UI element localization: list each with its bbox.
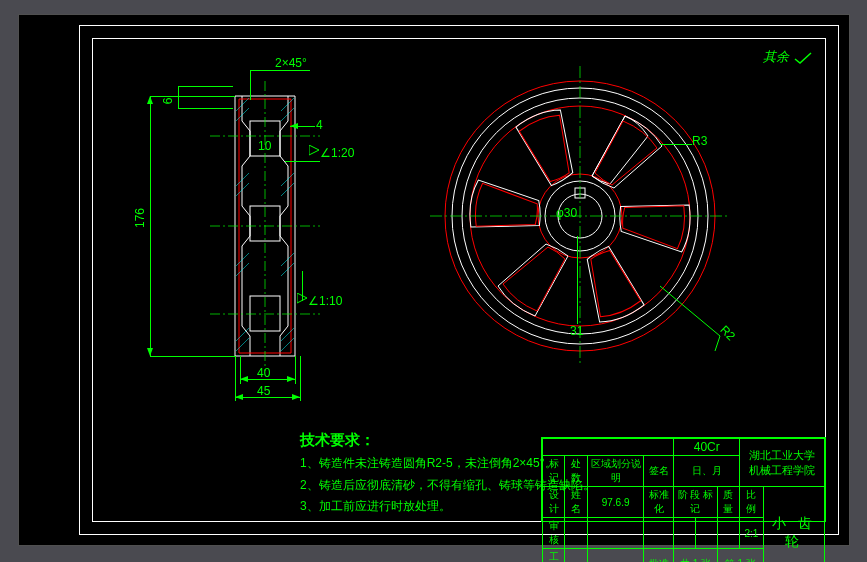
drawing-frame: 其余 [79,25,839,535]
school-line2: 机械工程学院 [742,463,822,478]
svg-line-34 [715,336,720,351]
tb-mark: 标记 [543,456,565,487]
tb-zone: 处数 [565,456,587,487]
leader-line [250,70,310,71]
ext-line [178,86,233,87]
tb-scale: 比例 [740,487,763,518]
surface-finish-mark: 其余 [763,48,813,66]
tb-desc: 区域划分说明 [587,456,644,487]
arrow-icon [287,376,295,382]
ext-line [240,356,241,384]
tb-stage: 阶 段 标 记 [674,487,718,518]
ext-line [235,356,236,401]
ext-line [150,96,235,97]
tb-scale-val: 2:1 [740,518,763,549]
title-block-table: 40Cr 湖北工业大学 机械工程学院 标记 处数 区域划分说明 签名 日、月 设… [542,438,825,562]
dim-taper-top: ∠1:20 [320,146,354,160]
dim-chamfer: 2×45° [275,56,307,70]
tb-sheet: 共 1 张 [674,549,718,563]
title-block: 40Cr 湖北工业大学 机械工程学院 标记 处数 区域划分说明 签名 日、月 设… [541,437,826,522]
surface-finish-text: 其余 [763,49,789,64]
tb-wt: 质量 [717,487,739,518]
part-name: 小 齿 轮 [763,487,824,563]
ext-line [295,356,296,384]
r2-leader [650,276,740,366]
dim-45: 45 [257,384,270,398]
ext-line [300,356,301,401]
tb-name: 姓名 [565,487,587,518]
arrow-icon [147,348,153,356]
arrow-icon [292,394,300,400]
svg-line-33 [660,286,720,336]
tb-date: 日、月 [674,456,740,487]
arrow-icon [147,96,153,104]
dim-line [150,96,151,356]
dim-taper-bot: ∠1:10 [308,294,342,308]
arrow-icon [235,394,243,400]
leader-line [302,271,303,301]
dim-4: 4 [316,118,323,132]
leader-line [250,70,251,100]
leader-line [577,236,578,324]
tb-sig: 签名 [644,456,674,487]
tb-proc: 工艺 [543,549,565,563]
tb-date2: 97.6.9 [587,487,644,518]
dim-dia30: φ30 [556,206,577,220]
ext-line [150,356,235,357]
tb-sheet2: 第 1 张 [717,549,763,563]
check-icon [793,51,813,65]
taper-icon [297,293,309,305]
dim-6: 6 [161,98,175,105]
tb-std: 标准化 [644,487,674,518]
dim-176: 176 [133,208,147,228]
dim-r3: R3 [692,134,707,148]
tb-design: 设计 [543,487,565,518]
svg-line-9 [236,328,249,341]
section-view [150,66,390,386]
tb-appr: 批准 [644,549,674,563]
dim-10: 10 [258,139,271,153]
arrow-icon [290,123,298,129]
leader-line [285,161,320,162]
cad-canvas[interactable]: 其余 [18,14,850,546]
material: 40Cr [674,439,740,456]
school-line1: 湖北工业大学 [742,448,822,463]
dim-31: 31 [570,324,583,338]
taper-icon [309,145,321,157]
arrow-icon [240,376,248,382]
svg-line-10 [236,338,249,351]
ext-line [178,108,233,109]
dim-line [235,397,300,398]
svg-line-13 [281,328,294,341]
svg-line-14 [281,338,294,351]
leader-line [660,144,692,145]
tb-chk: 审核 [543,518,565,549]
dim-40: 40 [257,366,270,380]
dim-line [178,86,179,108]
